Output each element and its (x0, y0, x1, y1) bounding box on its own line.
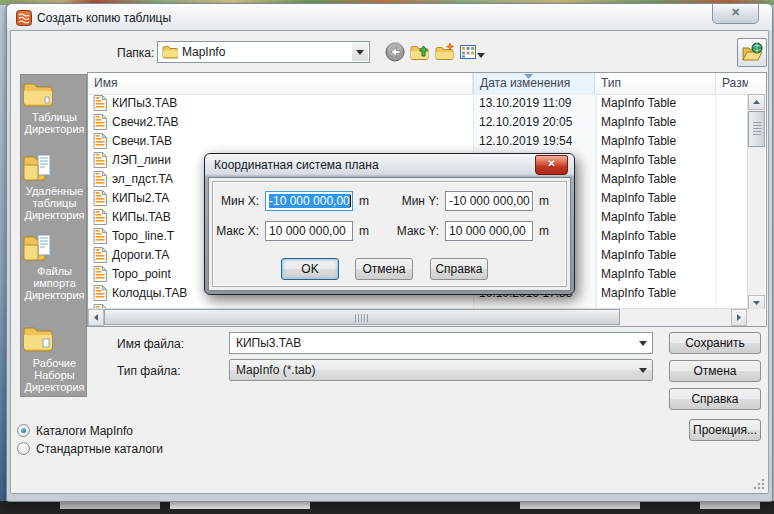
projection-button[interactable]: Проекция... (689, 419, 761, 441)
places-sidebar: Таблицы Директория Удалённые таблицы Дир… (20, 74, 87, 397)
max-y-value: 10 000 000,00 (449, 224, 526, 238)
background-cell (60, 502, 160, 509)
text-caret (350, 195, 351, 207)
min-x-input[interactable]: -10 000 000,00 (265, 191, 353, 211)
open-table-button[interactable] (737, 38, 767, 67)
sidebar-item-label: Удалённые таблицы Директория (21, 185, 88, 221)
min-x-label: Мин X: (213, 194, 259, 208)
sidebar-item-label: Файлы импорта Директория (21, 265, 88, 301)
resize-grip[interactable] (753, 478, 765, 490)
cancel-button[interactable]: Отмена (355, 258, 413, 280)
filename-combobox[interactable]: КИПы3.TAB (229, 332, 653, 354)
max-y-input[interactable]: 10 000 000,00 (445, 221, 533, 241)
file-name: Свечи2.TAB (112, 115, 179, 129)
scroll-left-icon[interactable] (88, 309, 104, 326)
sidebar-item-tables-directory[interactable]: Таблицы Директория (21, 79, 88, 135)
views-dropdown-icon[interactable] (475, 44, 487, 66)
min-x-value: -10 000 000,00 (269, 194, 350, 208)
file-name: Колодцы.TAB (112, 286, 187, 300)
back-button[interactable] (384, 41, 406, 63)
sidebar-item-import-files-directory[interactable]: Файлы импорта Директория (21, 231, 88, 301)
mapinfo-table-file-icon (93, 95, 107, 111)
min-y-label: Мин Y: (393, 194, 439, 208)
scroll-up-icon[interactable] (748, 94, 765, 110)
file-name: КИПы.TAB (112, 210, 171, 224)
file-type: MapInfo Table (601, 286, 676, 300)
min-y-input[interactable]: -10 000 000,00 (445, 191, 533, 211)
sidebar-item-remote-tables-directory[interactable]: Удалённые таблицы Директория (21, 151, 88, 221)
sidebar-item-label: Таблицы Директория (21, 111, 88, 135)
radio-mapinfo-catalogs[interactable] (17, 424, 30, 437)
folder-icon (162, 45, 178, 59)
table-row[interactable]: Свечи.TAB 12.10.2019 19:54 MapInfo Table (88, 132, 748, 151)
sidebar-item-workspaces-directory[interactable]: Рабочие Наборы Директория (21, 323, 88, 393)
vertical-scrollbar[interactable] (747, 94, 765, 311)
file-type: MapInfo Table (601, 191, 676, 205)
file-date: 13.10.2019 11:09 (479, 96, 572, 110)
folder-label: Папка: (117, 46, 154, 60)
file-date: 12.10.2019 19:54 (479, 134, 572, 148)
save-button[interactable]: Сохранить (669, 332, 761, 354)
column-header-size[interactable]: Разм (716, 73, 748, 94)
radio-standard-catalogs[interactable] (17, 442, 30, 455)
thumb-grip (355, 314, 369, 322)
file-name: Topo_line.T (112, 229, 174, 243)
cancel-button[interactable]: Отмена (669, 360, 761, 382)
mapinfo-table-file-icon (93, 190, 107, 206)
file-type: MapInfo Table (601, 248, 676, 262)
folder-documents-icon (21, 231, 88, 263)
column-header-name[interactable]: Имя (88, 73, 473, 94)
vertical-scroll-thumb[interactable] (748, 111, 765, 147)
table-row[interactable]: Свечи2.TAB 12.10.2019 20:05 MapInfo Tabl… (88, 113, 748, 132)
background-cell (700, 502, 760, 509)
horizontal-scroll-thumb[interactable] (104, 309, 620, 325)
column-header-date[interactable]: Дата изменения (473, 73, 595, 94)
background-cell (170, 502, 310, 509)
help-button[interactable]: Справка (669, 388, 761, 410)
max-y-label: Макс Y: (393, 224, 439, 238)
folder-combobox[interactable]: MapInfo (157, 41, 370, 63)
file-type: MapInfo Table (601, 172, 676, 186)
help-button[interactable]: Справка (430, 258, 488, 280)
max-x-unit: m (359, 224, 369, 238)
filetype-label: Тип файла: (117, 364, 181, 378)
up-one-level-button[interactable] (409, 41, 431, 63)
file-date: 12.10.2019 20:05 (479, 115, 572, 129)
file-type: MapInfo Table (601, 229, 676, 243)
mapinfo-table-file-icon (93, 266, 107, 282)
file-name: КИПы2.TA (112, 191, 169, 205)
folder-documents-icon (21, 151, 88, 183)
sidebar-item-label: Рабочие Наборы Директория (21, 357, 88, 393)
column-header-type[interactable]: Тип (595, 73, 716, 94)
file-type: MapInfo Table (601, 115, 676, 129)
chevron-down-icon[interactable] (635, 334, 651, 352)
file-type: MapInfo Table (601, 153, 676, 167)
scroll-right-icon[interactable] (731, 309, 747, 326)
new-folder-button[interactable] (434, 41, 456, 63)
close-icon[interactable]: ✕ (535, 155, 568, 175)
background-cell (520, 502, 640, 509)
mapinfo-table-file-icon (93, 228, 107, 244)
table-row[interactable]: КИПы3.TAB 13.10.2019 11:09 MapInfo Table (88, 94, 748, 113)
ok-button[interactable]: OK (281, 258, 339, 280)
thumb-grip (753, 122, 761, 136)
radio-mapinfo-catalogs-label: Каталоги MapInfo (36, 424, 133, 438)
file-type: MapInfo Table (601, 267, 676, 281)
min-y-unit: m (539, 194, 549, 208)
max-x-value: 10 000 000,00 (269, 224, 346, 238)
radio-standard-catalogs-label: Стандартные каталоги (36, 442, 163, 456)
filetype-dropdown[interactable]: MapInfo (*.tab) (229, 359, 653, 381)
file-name: ЛЭП_лини (112, 153, 171, 167)
chevron-down-icon[interactable] (635, 361, 651, 379)
horizontal-scrollbar[interactable] (88, 308, 748, 326)
file-name: КИПы3.TAB (112, 96, 177, 110)
dialog-client-area: Папка: MapInfo (10, 30, 769, 494)
mapinfo-table-file-icon (93, 114, 107, 130)
close-icon[interactable]: ✕ (712, 4, 759, 24)
chevron-down-icon[interactable] (352, 43, 368, 61)
file-name: Topo_point (112, 267, 171, 281)
mapinfo-table-file-icon (93, 209, 107, 225)
folder-icon (21, 79, 88, 109)
coord-dialog-title: Координатная система плана (214, 158, 379, 172)
max-x-input[interactable]: 10 000 000,00 (265, 221, 353, 241)
